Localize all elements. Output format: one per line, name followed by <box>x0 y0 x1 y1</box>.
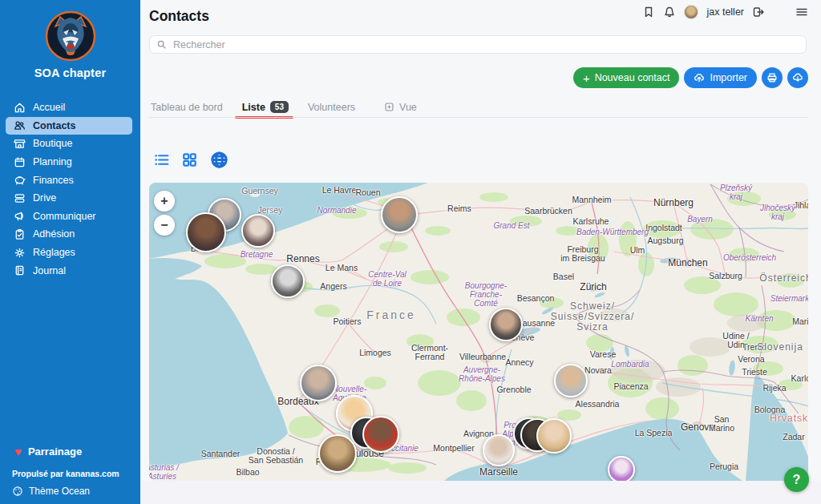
users-icon <box>14 119 26 131</box>
app-root: SOA chapter AccueilContactsBoutiquePlann… <box>0 0 821 504</box>
sidebar-item-adhesion[interactable]: Adhésion <box>0 225 140 244</box>
map-label: Slovenija <box>757 342 803 353</box>
grid-view-button[interactable] <box>181 151 198 168</box>
sidebar-item-planning[interactable]: Planning <box>0 153 140 171</box>
map-label: Augsburg <box>648 236 684 245</box>
sidebar-item-label: Accueil <box>33 102 65 113</box>
map-label: Perugia <box>710 462 738 471</box>
toolbar: + Nouveau contact Importer <box>573 67 808 88</box>
logout-icon[interactable] <box>752 6 765 18</box>
map-label: La Spezia <box>635 429 673 437</box>
map-label: Rijeka <box>762 384 786 393</box>
contact-avatar-nice-blonde-woman[interactable] <box>536 418 572 454</box>
tab-label: Vue <box>399 102 417 113</box>
contact-avatar-pale-woman[interactable] <box>241 214 275 248</box>
export-button[interactable] <box>787 67 808 88</box>
map-label: Karlovac <box>791 374 808 383</box>
map-label: Basel <box>553 272 574 281</box>
sidebar-item-label: Boutique <box>33 138 72 149</box>
powered-by-link[interactable]: Propulsé par kananas.com <box>0 469 140 478</box>
map-label: Zürich <box>580 282 606 292</box>
globe-view-button[interactable] <box>209 150 229 170</box>
map-label: Grenoble <box>496 385 531 394</box>
bookmark-icon[interactable] <box>642 6 655 18</box>
map-label: Santander <box>201 450 240 458</box>
hamburger-menu-icon[interactable] <box>795 6 808 18</box>
map-label: Hrvatska <box>770 413 808 424</box>
map-label: Bourgogne- Franche- Comté <box>465 282 507 308</box>
tab-volunteers[interactable]: Volunteers <box>308 102 355 118</box>
contact-avatar-toulouse-statue[interactable] <box>318 434 357 473</box>
bell-icon[interactable] <box>663 6 676 18</box>
map-label: Bilbao <box>236 468 259 477</box>
tab-tableau-de-bord[interactable]: Tableau de bord <box>151 102 223 118</box>
main-content: Contacts jax teller + <box>140 0 821 504</box>
map-label: Le Mans <box>326 264 358 272</box>
new-contact-button[interactable]: + Nouveau contact <box>573 67 680 88</box>
calendar-icon <box>14 156 26 168</box>
search-bar <box>149 35 807 54</box>
map-label: Österreich <box>759 273 808 284</box>
tab-vue[interactable]: Vue <box>384 102 417 118</box>
user-avatar[interactable] <box>684 5 698 19</box>
sidebar-item-reglages[interactable]: Réglages <box>0 244 140 262</box>
contact-avatar-nantes-beard-man[interactable] <box>271 264 305 298</box>
tab-liste[interactable]: Liste53 <box>242 101 289 118</box>
map-label: Verona <box>738 355 764 364</box>
map-label: Karlsruhe <box>573 217 609 226</box>
import-button[interactable]: Importer <box>684 67 757 88</box>
sidebar-item-label: Contacts <box>33 120 75 131</box>
map-label: Marseille <box>479 467 518 478</box>
heart-icon: ♥ <box>14 446 22 458</box>
user-name[interactable]: jax teller <box>706 6 744 18</box>
theme-label: Thème Ocean <box>29 486 90 497</box>
contact-avatar-brest-man[interactable] <box>186 212 226 252</box>
map-label: Donostia / San Sebastián <box>249 447 303 466</box>
plus-square-icon <box>384 102 394 112</box>
sidebar-item-accueil[interactable]: Accueil <box>0 99 140 117</box>
tab-label: Tableau de bord <box>151 102 223 113</box>
sidebar-item-journal[interactable]: Journal <box>0 261 140 280</box>
contact-avatar-lausanne-man[interactable] <box>489 308 523 341</box>
contacts-map[interactable]: GuernseyJerseyLe HavreRouenParisReimsSaa… <box>149 183 808 481</box>
sidebar-item-label: Finances <box>33 175 74 186</box>
map-label: France <box>366 309 416 321</box>
piggy-icon <box>14 174 26 186</box>
sidebar-menu: AccueilContactsBoutiquePlanningFinancesD… <box>0 99 140 280</box>
sidebar-item-label: Réglages <box>33 247 75 258</box>
gear-icon <box>14 247 26 259</box>
contact-avatar-toulouse-red-man[interactable] <box>362 416 399 453</box>
map-label: Montpellier <box>433 444 474 453</box>
sidebar-item-finances[interactable]: Finances <box>0 171 140 189</box>
upload-cloud-icon <box>694 72 705 83</box>
list-view-button[interactable] <box>153 151 170 168</box>
help-button[interactable]: ? <box>784 467 809 492</box>
contact-avatar-group-illustration[interactable] <box>608 456 635 481</box>
map-zoom-in-button[interactable]: + <box>154 191 175 212</box>
search-input[interactable] <box>172 38 799 51</box>
sidebar-item-communiquer[interactable]: Communiquer <box>0 208 140 226</box>
sidebar-item-contacts[interactable]: Contacts <box>6 117 132 135</box>
sidebar-item-drive[interactable]: Drive <box>0 189 140 208</box>
map-label: Besançon <box>517 294 555 303</box>
map-zoom-out-button[interactable]: − <box>154 215 175 236</box>
home-icon <box>14 102 26 114</box>
sidebar-item-parrainage[interactable]: ♥ Parrainage <box>0 446 140 458</box>
bear-mascot-icon <box>45 10 96 62</box>
contact-avatar-novara-man[interactable] <box>554 364 588 397</box>
import-label: Importer <box>710 72 747 83</box>
map-label: Limoges <box>359 349 391 357</box>
map-label: Reims <box>447 204 471 213</box>
contact-avatar-marseille-woman[interactable] <box>483 434 515 466</box>
sidebar-item-boutique[interactable]: Boutique <box>0 135 140 153</box>
theme-switcher[interactable]: Thème Ocean <box>0 486 140 497</box>
map-label: Trieste <box>742 368 767 377</box>
list-view-icon <box>153 151 170 168</box>
sidebar: SOA chapter AccueilContactsBoutiquePlann… <box>0 0 140 504</box>
contact-avatar-bordeaux-man[interactable] <box>300 365 337 401</box>
map-label: Nürnberg <box>653 198 694 208</box>
org-logo[interactable] <box>45 10 96 62</box>
map-label: Novara <box>584 366 612 375</box>
print-button[interactable] <box>762 67 783 88</box>
contact-avatar-paris-man[interactable] <box>381 196 418 233</box>
